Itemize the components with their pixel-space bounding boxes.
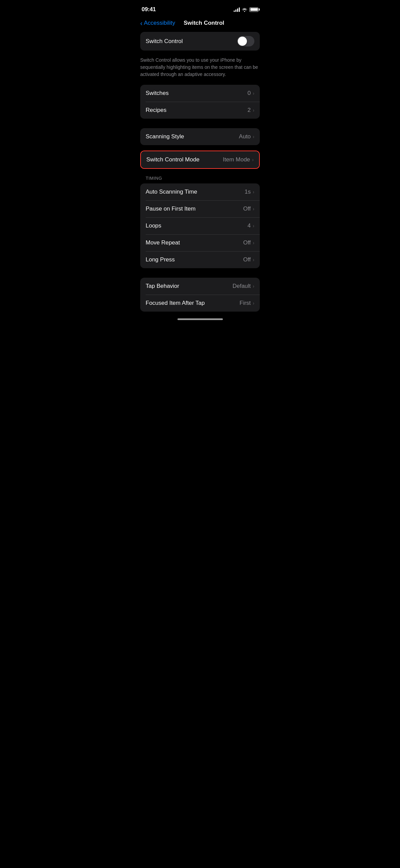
tap-section: Tap Behavior Default › Focused Item Afte…	[140, 278, 260, 312]
page-title: Switch Control	[175, 20, 233, 26]
recipes-right: 2 ›	[248, 107, 254, 114]
move-repeat-right: Off ›	[243, 239, 254, 246]
switch-control-section: Switch Control	[140, 32, 260, 51]
switches-value: 0	[248, 90, 251, 97]
timing-label: TIMING	[140, 176, 260, 183]
loops-right: 4 ›	[248, 222, 254, 229]
switches-recipes-section: Switches 0 › Recipes 2 ›	[140, 85, 260, 119]
tap-behavior-row[interactable]: Tap Behavior Default ›	[140, 278, 260, 295]
auto-scanning-time-value: 1s	[245, 189, 251, 195]
switches-label: Switches	[146, 90, 169, 97]
long-press-row[interactable]: Long Press Off ›	[140, 251, 260, 268]
switch-control-description: Switch Control allows you to use your iP…	[133, 53, 267, 85]
switch-control-mode-row[interactable]: Switch Control Mode Item Mode ›	[141, 151, 259, 168]
pause-first-item-value: Off	[243, 205, 251, 212]
switch-control-mode-value: Item Mode	[223, 156, 250, 163]
recipes-row[interactable]: Recipes 2 ›	[140, 102, 260, 119]
status-bar: 09:41	[133, 0, 267, 17]
recipes-value: 2	[248, 107, 251, 114]
switch-control-row[interactable]: Switch Control	[140, 32, 260, 51]
move-repeat-label: Move Repeat	[146, 239, 180, 246]
back-button[interactable]: ‹ Accessibility	[140, 20, 175, 26]
switch-control-mode-right: Item Mode ›	[223, 156, 254, 163]
tap-card: Tap Behavior Default › Focused Item Afte…	[140, 278, 260, 312]
scanning-style-chevron-icon: ›	[253, 134, 254, 139]
switch-control-mode-chevron-icon: ›	[252, 157, 254, 162]
scanning-style-right: Auto ›	[239, 133, 254, 140]
tap-behavior-label: Tap Behavior	[146, 283, 179, 290]
focused-item-row[interactable]: Focused Item After Tap First ›	[140, 295, 260, 312]
loops-label: Loops	[146, 222, 161, 229]
focused-item-label: Focused Item After Tap	[146, 300, 205, 307]
status-time: 09:41	[142, 6, 156, 13]
pause-first-item-chevron-icon: ›	[253, 206, 254, 212]
pause-first-item-right: Off ›	[243, 205, 254, 212]
back-label: Accessibility	[144, 20, 175, 26]
focused-item-value: First	[239, 300, 251, 307]
scanning-style-label: Scanning Style	[146, 133, 184, 140]
switch-control-mode-highlighted: Switch Control Mode Item Mode ›	[140, 151, 260, 169]
loops-value: 4	[248, 222, 251, 229]
switches-row[interactable]: Switches 0 ›	[140, 85, 260, 102]
nav-bar: ‹ Accessibility Switch Control	[133, 17, 267, 32]
toggle-track	[237, 36, 254, 46]
auto-scanning-time-right: 1s ›	[245, 189, 254, 195]
switches-recipes-card: Switches 0 › Recipes 2 ›	[140, 85, 260, 119]
back-chevron-icon: ‹	[140, 20, 143, 26]
switches-right: 0 ›	[248, 90, 254, 97]
auto-scanning-time-label: Auto Scanning Time	[146, 189, 197, 195]
status-icons	[234, 7, 258, 12]
loops-row[interactable]: Loops 4 ›	[140, 217, 260, 234]
move-repeat-chevron-icon: ›	[253, 240, 254, 245]
switch-control-toggle[interactable]	[237, 36, 254, 46]
battery-icon	[249, 7, 258, 12]
focused-item-chevron-icon: ›	[253, 300, 254, 306]
focused-item-right: First ›	[239, 300, 254, 307]
timing-card: Auto Scanning Time 1s › Pause on First I…	[140, 183, 260, 268]
pause-first-item-row[interactable]: Pause on First Item Off ›	[140, 200, 260, 217]
switch-control-card: Switch Control	[140, 32, 260, 51]
loops-chevron-icon: ›	[253, 223, 254, 229]
switch-control-label: Switch Control	[146, 38, 183, 45]
long-press-right: Off ›	[243, 256, 254, 263]
auto-scanning-time-chevron-icon: ›	[253, 189, 254, 195]
tap-behavior-chevron-icon: ›	[253, 283, 254, 289]
home-indicator	[133, 314, 267, 323]
home-bar	[177, 318, 223, 320]
long-press-label: Long Press	[146, 256, 175, 263]
toggle-thumb	[238, 37, 247, 46]
scanning-section: Scanning Style Auto ›	[140, 128, 260, 145]
timing-section: TIMING Auto Scanning Time 1s › Pause on …	[140, 176, 260, 268]
switches-chevron-icon: ›	[253, 91, 254, 96]
tap-behavior-value: Default	[232, 283, 251, 290]
scanning-style-row[interactable]: Scanning Style Auto ›	[140, 128, 260, 145]
switch-control-mode-label: Switch Control Mode	[146, 156, 199, 163]
signal-icon	[234, 7, 240, 12]
move-repeat-value: Off	[243, 239, 251, 246]
scanning-card: Scanning Style Auto ›	[140, 128, 260, 145]
long-press-value: Off	[243, 256, 251, 263]
auto-scanning-time-row[interactable]: Auto Scanning Time 1s ›	[140, 183, 260, 200]
move-repeat-row[interactable]: Move Repeat Off ›	[140, 234, 260, 251]
tap-behavior-right: Default ›	[232, 283, 254, 290]
recipes-chevron-icon: ›	[253, 107, 254, 113]
long-press-chevron-icon: ›	[253, 257, 254, 262]
wifi-icon	[242, 7, 247, 12]
scanning-style-value: Auto	[239, 133, 251, 140]
pause-first-item-label: Pause on First Item	[146, 205, 195, 212]
recipes-label: Recipes	[146, 107, 166, 114]
